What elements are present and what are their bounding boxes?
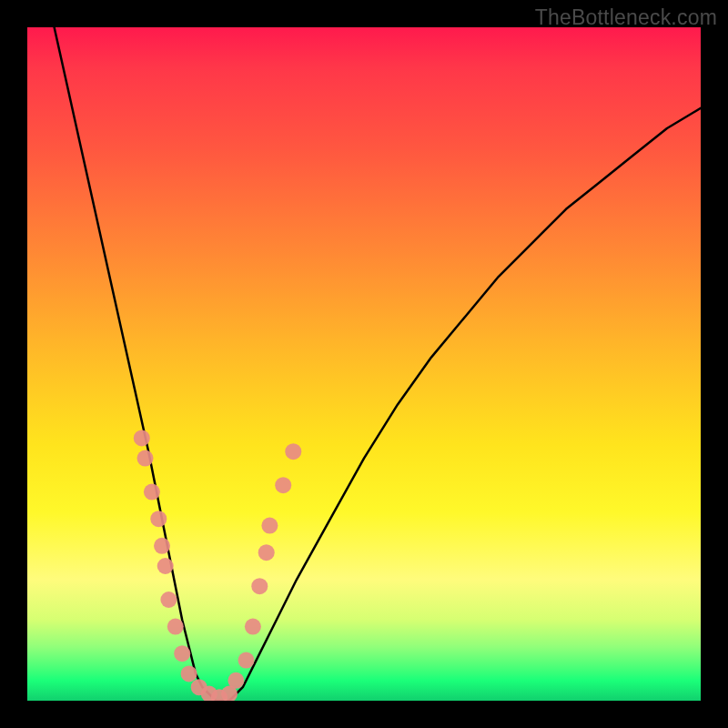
svg-point-19 (261, 518, 278, 534)
svg-point-7 (167, 619, 184, 635)
svg-point-0 (134, 430, 150, 446)
plot-area (27, 27, 701, 701)
svg-point-5 (157, 558, 174, 574)
bottleneck-curve (55, 27, 701, 701)
svg-point-1 (137, 450, 154, 467)
svg-point-9 (181, 665, 197, 682)
svg-point-6 (160, 592, 177, 608)
svg-point-18 (258, 544, 275, 561)
curve-layer (27, 27, 701, 701)
svg-point-14 (228, 672, 244, 689)
svg-point-20 (275, 477, 291, 493)
svg-point-8 (174, 645, 190, 662)
svg-point-17 (251, 578, 268, 594)
svg-point-2 (144, 484, 160, 500)
svg-point-21 (285, 443, 301, 460)
sample-points (134, 430, 301, 701)
svg-point-15 (238, 652, 255, 669)
svg-point-3 (150, 511, 167, 527)
watermark-text: TheBottleneck.com (535, 5, 717, 30)
svg-point-4 (154, 538, 170, 554)
chart-frame: TheBottleneck.com (0, 0, 728, 728)
svg-point-16 (245, 619, 261, 635)
